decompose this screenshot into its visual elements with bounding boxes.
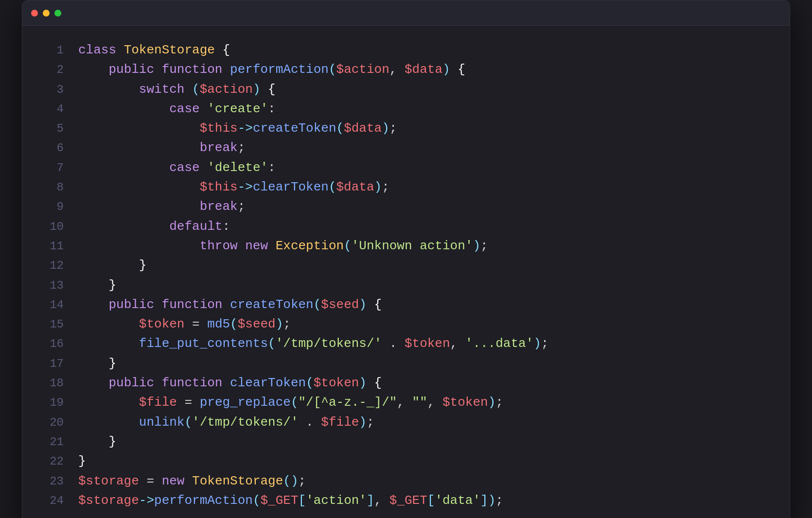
line-number: 10 (37, 218, 64, 236)
code-line-4: 4 case 'create': (22, 99, 790, 119)
line-number: 5 (37, 120, 64, 138)
code-line-5: 5 $this->createToken($data); (22, 119, 790, 138)
code-line-24: 24 $storage->performAction($_GET['action… (22, 491, 790, 510)
code-line-16: 16 file_put_contents('/tmp/tokens/' . $t… (22, 334, 790, 353)
line-number: 24 (37, 492, 64, 510)
line-number: 19 (37, 394, 64, 412)
code-line-7: 7 case 'delete': (22, 158, 790, 177)
code-text: break; (78, 138, 775, 157)
code-text: default: (78, 217, 775, 236)
code-text: $this->clearToken($data); (78, 177, 775, 197)
line-number: 7 (37, 159, 64, 177)
code-text: $storage = new TokenStorage(); (78, 471, 775, 491)
line-number: 14 (37, 296, 64, 314)
code-line-10: 10 default: (22, 217, 790, 236)
code-text: switch ($action) { (78, 80, 775, 99)
code-text: $token = md5($seed); (78, 314, 775, 334)
line-number: 23 (37, 472, 64, 490)
code-line-3: 3 switch ($action) { (22, 80, 790, 99)
code-line-21: 21 } (22, 432, 790, 451)
line-number: 20 (37, 414, 64, 432)
line-number: 12 (37, 257, 64, 275)
code-editor-window: 1 class TokenStorage { 2 public function… (22, 0, 790, 518)
code-text: unlink('/tmp/tokens/' . $file); (78, 413, 775, 432)
line-number: 16 (37, 335, 64, 353)
line-number: 2 (37, 61, 64, 79)
maximize-button[interactable] (54, 10, 61, 17)
code-line-18: 18 public function clearToken($token) { (22, 373, 790, 393)
code-line-1: 1 class TokenStorage { (22, 40, 790, 60)
code-text: break; (78, 197, 775, 216)
code-text: case 'create': (78, 99, 775, 119)
code-line-11: 11 throw new Exception('Unknown action')… (22, 236, 790, 256)
code-text: public function performAction($action, $… (78, 60, 775, 79)
code-line-20: 20 unlink('/tmp/tokens/' . $file); (22, 413, 790, 432)
code-line-14: 14 public function createToken($seed) { (22, 295, 790, 314)
line-number: 4 (37, 100, 64, 118)
code-line-22: 22 } (22, 451, 790, 471)
code-line-12: 12 } (22, 256, 790, 275)
code-text: } (78, 354, 775, 373)
code-text: public function createToken($seed) { (78, 295, 775, 314)
code-text: $storage->performAction($_GET['action'],… (78, 491, 775, 510)
code-text: $file = preg_replace("/[^a-z.-_]/", "", … (78, 393, 775, 412)
line-number: 21 (37, 433, 64, 451)
code-text: } (78, 451, 775, 471)
line-number: 9 (37, 198, 64, 216)
line-number: 1 (37, 41, 64, 59)
minimize-button[interactable] (43, 10, 50, 17)
code-editor[interactable]: 1 class TokenStorage { 2 public function… (22, 26, 790, 518)
line-number: 22 (37, 452, 64, 470)
code-text: class TokenStorage { (78, 40, 775, 60)
code-text: } (78, 432, 775, 451)
line-number: 13 (37, 276, 64, 294)
line-number: 17 (37, 355, 64, 373)
code-line-2: 2 public function performAction($action,… (22, 60, 790, 79)
line-number: 18 (37, 374, 64, 392)
code-text: public function clearToken($token) { (78, 373, 775, 393)
code-line-15: 15 $token = md5($seed); (22, 314, 790, 334)
code-text: } (78, 276, 775, 295)
line-number: 6 (37, 139, 64, 157)
code-text: case 'delete': (78, 158, 775, 177)
close-button[interactable] (31, 10, 38, 17)
code-line-6: 6 break; (22, 138, 790, 157)
code-text: $this->createToken($data); (78, 119, 775, 138)
code-line-9: 9 break; (22, 197, 790, 216)
code-text: throw new Exception('Unknown action'); (78, 236, 775, 256)
code-line-8: 8 $this->clearToken($data); (22, 177, 790, 197)
line-number: 8 (37, 178, 64, 196)
code-text: } (78, 256, 775, 275)
code-line-13: 13 } (22, 276, 790, 295)
line-number: 3 (37, 81, 64, 99)
code-text: file_put_contents('/tmp/tokens/' . $toke… (78, 334, 775, 353)
code-line-17: 17 } (22, 354, 790, 373)
code-line-23: 23 $storage = new TokenStorage(); (22, 471, 790, 491)
titlebar (22, 0, 790, 26)
line-number: 11 (37, 237, 64, 255)
line-number: 15 (37, 315, 64, 333)
code-line-19: 19 $file = preg_replace("/[^a-z.-_]/", "… (22, 393, 790, 412)
